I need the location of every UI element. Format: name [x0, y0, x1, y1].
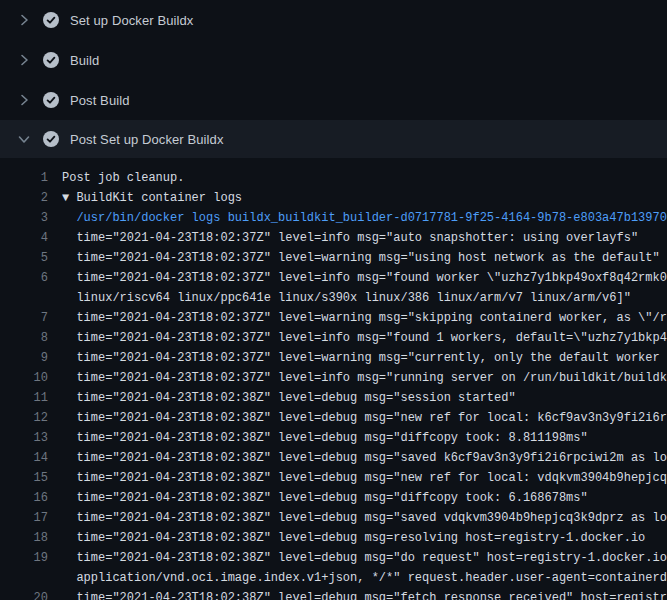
step-title: Set up Docker Buildx: [70, 14, 193, 27]
log-text: time="2021-04-23T18:02:37Z" level=warnin…: [62, 348, 667, 368]
step-title: Post Set up Docker Buildx: [70, 133, 224, 146]
line-number[interactable]: 16: [0, 488, 62, 508]
log-text: time="2021-04-23T18:02:38Z" level=debug …: [62, 588, 667, 600]
log-area: 1Post job cleanup.2▼ BuildKit container …: [0, 158, 667, 600]
log-text: Post job cleanup.: [62, 168, 667, 188]
line-number[interactable]: 18: [0, 528, 62, 548]
log-line-8: 8 time="2021-04-23T18:02:37Z" level=info…: [0, 328, 667, 348]
log-text: time="2021-04-23T18:02:37Z" level=warnin…: [62, 248, 667, 268]
log-line-13: 13 time="2021-04-23T18:02:38Z" level=deb…: [0, 428, 667, 448]
step-title: Post Build: [70, 94, 130, 107]
line-number[interactable]: 12: [0, 408, 62, 428]
line-number[interactable]: 2: [0, 188, 62, 208]
log-line-1: 1Post job cleanup.: [0, 168, 667, 188]
check-circle-icon: [43, 12, 59, 28]
step-header-post-set-up-docker-buildx[interactable]: Post Set up Docker Buildx: [0, 120, 667, 158]
line-number: [0, 568, 62, 588]
check-circle-icon: [43, 52, 59, 68]
log-line-2: 2▼ BuildKit container logs: [0, 188, 667, 208]
log-line-11: 11 time="2021-04-23T18:02:38Z" level=deb…: [0, 388, 667, 408]
log-line-6: 6 time="2021-04-23T18:02:37Z" level=info…: [0, 268, 667, 288]
actions-log-viewer: Set up Docker BuildxBuildPost BuildPost …: [0, 0, 667, 600]
log-line-16: 16 time="2021-04-23T18:02:38Z" level=deb…: [0, 488, 667, 508]
line-number[interactable]: 9: [0, 348, 62, 368]
log-line-4: 4 time="2021-04-23T18:02:37Z" level=info…: [0, 228, 667, 248]
log-text: time="2021-04-23T18:02:38Z" level=debug …: [62, 528, 667, 548]
log-text: time="2021-04-23T18:02:38Z" level=debug …: [62, 468, 667, 488]
log-line-17: 17 time="2021-04-23T18:02:38Z" level=deb…: [0, 508, 667, 528]
log-text: time="2021-04-23T18:02:38Z" level=debug …: [62, 508, 667, 528]
log-line-10: 10 time="2021-04-23T18:02:37Z" level=inf…: [0, 368, 667, 388]
line-number[interactable]: 6: [0, 268, 62, 288]
log-text: time="2021-04-23T18:02:37Z" level=info m…: [62, 328, 667, 348]
log-text: time="2021-04-23T18:02:38Z" level=debug …: [62, 428, 667, 448]
log-text: time="2021-04-23T18:02:37Z" level=info m…: [62, 368, 667, 388]
line-number[interactable]: 4: [0, 228, 62, 248]
log-text: time="2021-04-23T18:02:37Z" level=info m…: [62, 228, 667, 248]
log-line-12: 12 time="2021-04-23T18:02:38Z" level=deb…: [0, 408, 667, 428]
line-number[interactable]: 3: [0, 208, 62, 228]
log-line-3: 3 /usr/bin/docker logs buildx_buildkit_b…: [0, 208, 667, 228]
log-line-continuation: linux/riscv64 linux/ppc641e linux/s390x …: [0, 288, 667, 308]
log-text: time="2021-04-23T18:02:37Z" level=info m…: [62, 268, 667, 288]
log-line-14: 14 time="2021-04-23T18:02:38Z" level=deb…: [0, 448, 667, 468]
log-line-7: 7 time="2021-04-23T18:02:37Z" level=warn…: [0, 308, 667, 328]
chevron-right-icon: [16, 92, 32, 108]
log-text: time="2021-04-23T18:02:38Z" level=debug …: [62, 548, 667, 568]
line-number[interactable]: 5: [0, 248, 62, 268]
log-text: linux/riscv64 linux/ppc641e linux/s390x …: [62, 288, 667, 308]
chevron-down-icon: [16, 131, 32, 147]
log-line-19: 19 time="2021-04-23T18:02:38Z" level=deb…: [0, 548, 667, 568]
check-circle-icon: [43, 92, 59, 108]
log-line-continuation: application/vnd.oci.image.index.v1+json,…: [0, 568, 667, 588]
line-number[interactable]: 13: [0, 428, 62, 448]
line-number[interactable]: 11: [0, 388, 62, 408]
line-number[interactable]: 14: [0, 448, 62, 468]
log-text: /usr/bin/docker logs buildx_buildkit_bui…: [62, 208, 667, 228]
step-header-build[interactable]: Build: [0, 40, 667, 80]
line-number[interactable]: 17: [0, 508, 62, 528]
log-text: time="2021-04-23T18:02:38Z" level=debug …: [62, 408, 667, 428]
line-number[interactable]: 8: [0, 328, 62, 348]
step-title: Build: [70, 54, 99, 67]
log-line-15: 15 time="2021-04-23T18:02:38Z" level=deb…: [0, 468, 667, 488]
log-line-20: 20 time="2021-04-23T18:02:38Z" level=deb…: [0, 588, 667, 600]
log-text: time="2021-04-23T18:02:37Z" level=warnin…: [62, 308, 667, 328]
steps-list: Set up Docker BuildxBuildPost BuildPost …: [0, 0, 667, 158]
line-number[interactable]: 20: [0, 588, 62, 600]
log-text: application/vnd.oci.image.index.v1+json,…: [62, 568, 667, 588]
step-header-post-build[interactable]: Post Build: [0, 80, 667, 120]
line-number: [0, 288, 62, 308]
line-number[interactable]: 15: [0, 468, 62, 488]
step-header-set-up-docker-buildx[interactable]: Set up Docker Buildx: [0, 0, 667, 40]
chevron-right-icon: [16, 52, 32, 68]
chevron-right-icon: [16, 12, 32, 28]
line-number[interactable]: 7: [0, 308, 62, 328]
log-line-5: 5 time="2021-04-23T18:02:37Z" level=warn…: [0, 248, 667, 268]
log-line-9: 9 time="2021-04-23T18:02:37Z" level=warn…: [0, 348, 667, 368]
check-circle-icon: [43, 131, 59, 147]
log-text: time="2021-04-23T18:02:38Z" level=debug …: [62, 388, 667, 408]
log-text: time="2021-04-23T18:02:38Z" level=debug …: [62, 448, 667, 468]
line-number[interactable]: 1: [0, 168, 62, 188]
line-number[interactable]: 19: [0, 548, 62, 568]
line-number[interactable]: 10: [0, 368, 62, 388]
log-text: time="2021-04-23T18:02:38Z" level=debug …: [62, 488, 667, 508]
log-group-toggle[interactable]: ▼ BuildKit container logs: [62, 188, 667, 208]
log-line-18: 18 time="2021-04-23T18:02:38Z" level=deb…: [0, 528, 667, 548]
